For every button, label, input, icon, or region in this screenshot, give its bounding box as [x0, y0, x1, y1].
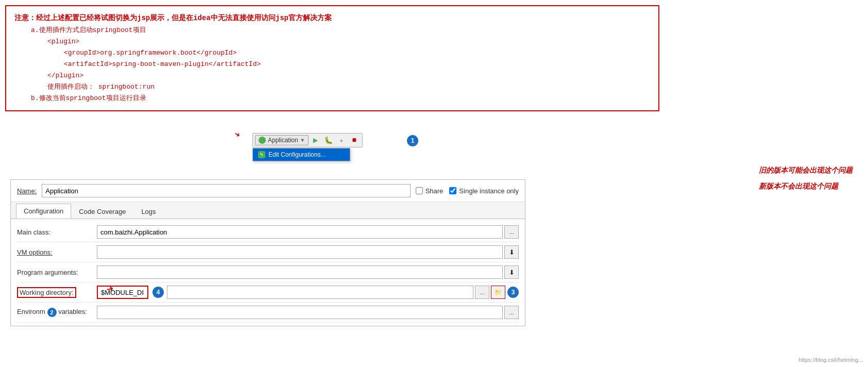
config-name-row: Name: Share Single instance only — [11, 180, 525, 202]
toolbar-area: Application ▼ ▶ 🐛 ✦ ■ ✎ Edit Configurati… — [252, 133, 363, 147]
single-instance-label: Single instance only — [459, 187, 519, 195]
working-dir-label-box: Working directory: — [17, 287, 76, 298]
name-right: Share Single instance only — [416, 187, 519, 195]
annotation-plugin-open: <plugin> — [14, 36, 650, 47]
right-note-old: 旧的版本可能会出现这个问题 — [759, 162, 853, 178]
annotation-section-b: b.修改当前springboot项目运行目录 — [14, 93, 650, 104]
form-row-program-args: Program arguments: ⬇ — [17, 262, 519, 282]
form-row-env-vars: Environm 2 variables: ... — [17, 303, 519, 323]
annotation-run-cmd: 使用插件启动： springboot:run — [14, 81, 650, 93]
app-green-icon — [259, 137, 266, 144]
config-form: Main class: ... VM options: ⬇ Program ar… — [11, 219, 525, 326]
coverage-button[interactable]: ✦ — [336, 135, 347, 146]
footer-url: https://blog.cs#/beiming... — [798, 357, 863, 363]
edit-configurations-item[interactable]: ✎ Edit Configurations... — [253, 148, 350, 161]
annotation-group-id: <groupId>org.springframework.boot</group… — [14, 47, 650, 59]
annotation-artifact-id: <artifactId>spring-boot-maven-plugin</ar… — [14, 59, 650, 70]
share-checkbox[interactable] — [416, 187, 423, 194]
env-vars-btn[interactable]: ... — [504, 306, 519, 319]
tab-configuration[interactable]: Configuration — [16, 204, 71, 219]
main-class-btn[interactable]: ... — [504, 225, 519, 239]
annotation-plugin-close: </plugin> — [14, 70, 650, 81]
badge-4: 4 — [152, 287, 164, 298]
annotation-box: 注意：经过上述配置已经将试图切换为jsp展示，但是在idea中无法直接使用访问j… — [5, 5, 659, 111]
single-instance-group: Single instance only — [449, 187, 519, 195]
app-label: Application — [268, 137, 298, 144]
working-dir-input[interactable] — [97, 286, 148, 299]
dropdown-menu: ✎ Edit Configurations... — [252, 148, 350, 161]
working-dir-btn[interactable]: ... — [475, 286, 489, 299]
vm-options-btn[interactable]: ⬇ — [504, 245, 519, 259]
toolbar-widget: Application ▼ ▶ 🐛 ✦ ■ — [252, 133, 363, 147]
right-note-new: 新版本不会出现这个问题 — [759, 178, 853, 194]
badge-2: 2 — [47, 308, 57, 317]
config-tabs: Configuration Code Coverage Logs — [11, 202, 525, 219]
annotation-section-a: a.使用插件方式启动springboot项目 — [14, 25, 650, 36]
form-row-working-dir: Working directory: 4 ... 📁 3 — [17, 282, 519, 303]
annotation-line1: 注意：经过上述配置已经将试图切换为jsp展示，但是在idea中无法直接使用访问j… — [14, 12, 650, 25]
working-dir-label: Working directory: — [17, 289, 97, 296]
program-args-btn[interactable]: ⬇ — [504, 265, 519, 279]
env-vars-input[interactable] — [97, 306, 503, 319]
badge-3: 3 — [507, 287, 519, 298]
single-instance-checkbox[interactable] — [449, 187, 456, 194]
form-row-vm-options: VM options: ⬇ — [17, 242, 519, 262]
vm-options-label: VM options: — [17, 248, 97, 256]
program-args-input[interactable] — [97, 265, 503, 279]
config-dialog: Name: Share Single instance only Configu… — [10, 179, 525, 326]
form-row-main-class: Main class: ... — [17, 222, 519, 242]
tab-code-coverage[interactable]: Code Coverage — [71, 204, 133, 219]
stop-button[interactable]: ■ — [349, 135, 360, 146]
right-notes: 旧的版本可能会出现这个问题 新版本不会出现这个问题 — [759, 162, 853, 194]
name-input[interactable] — [42, 184, 410, 197]
vm-options-input[interactable] — [97, 245, 503, 259]
dropdown-arrow-icon: ▼ — [300, 138, 305, 143]
edit-config-label: Edit Configurations... — [268, 151, 326, 158]
env-vars-label: Environm 2 variables: — [17, 308, 97, 317]
edit-config-icon: ✎ — [258, 151, 265, 158]
debug-button[interactable]: 🐛 — [323, 135, 334, 146]
program-args-label: Program arguments: — [17, 269, 97, 276]
app-run-button[interactable]: Application ▼ — [255, 135, 309, 145]
share-group: Share — [416, 187, 444, 195]
badge-1: 1 — [407, 135, 418, 146]
main-class-label: Main class: — [17, 228, 97, 236]
name-label: Name: — [17, 187, 37, 195]
share-label: Share — [426, 187, 444, 195]
working-dir-rest-input[interactable] — [167, 286, 473, 299]
arrow-1: ➜ — [232, 128, 242, 141]
tab-logs[interactable]: Logs — [133, 204, 163, 219]
working-dir-btn2[interactable]: 📁 — [491, 286, 505, 299]
main-class-input[interactable] — [97, 225, 503, 239]
run-button[interactable]: ▶ — [310, 135, 321, 146]
